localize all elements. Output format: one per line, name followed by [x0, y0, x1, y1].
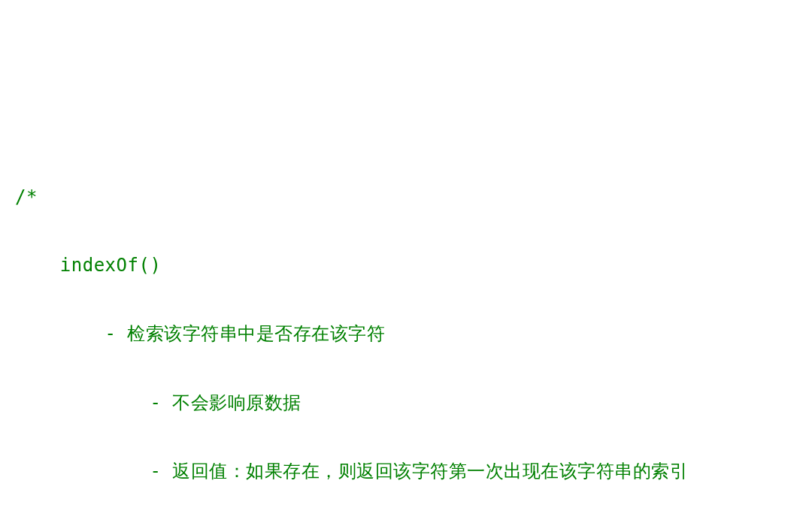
- comment-text: indexOf(): [38, 255, 161, 276]
- code-line: 如果不存在，则返回-1: [15, 523, 797, 529]
- comment-text: - 不会影响原数据: [83, 392, 301, 413]
- comment-text: - 检索该字符串中是否存在该字符: [60, 323, 386, 344]
- code-line: - 不会影响原数据: [15, 386, 797, 421]
- comment-block-start: /*: [15, 186, 38, 207]
- code-line: /*: [15, 180, 797, 215]
- code-editor[interactable]: /* indexOf() - 检索该字符串中是否存在该字符 - 不会影响原数据 …: [15, 146, 797, 529]
- code-line: - 返回值：如果存在，则返回该字符第一次出现在该字符串的索引: [15, 455, 797, 489]
- code-line: indexOf(): [15, 249, 797, 283]
- code-line: - 检索该字符串中是否存在该字符: [15, 317, 797, 352]
- comment-text: - 返回值：如果存在，则返回该字符第一次出现在该字符串的索引: [83, 461, 689, 482]
